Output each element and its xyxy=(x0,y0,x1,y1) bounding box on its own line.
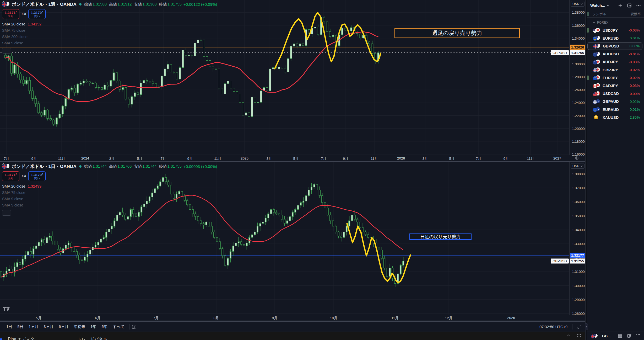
chart-pane-weekly[interactable]: ポンド／米ドル・1週・OANDA始値1.31588高値1.31912安値1.31… xyxy=(0,0,569,155)
indicator-row[interactable]: SMA 75 close xyxy=(2,189,217,196)
ohlc-label: 終値 xyxy=(159,164,167,168)
watchlist-row-audjpy[interactable]: AUDJPY-0.03% xyxy=(587,58,642,66)
legend-collapse-button[interactable] xyxy=(2,48,11,54)
chevron-down-icon xyxy=(581,3,583,5)
indicator-list: SMA 20 close1.34152SMA 75 closeSMA 200 c… xyxy=(2,21,217,46)
range-1年[interactable]: 1年 xyxy=(88,323,99,330)
watchlist-change: 0.00% xyxy=(630,92,640,96)
more-options-icon[interactable] xyxy=(636,334,640,338)
watchlist-change: 0.01% xyxy=(630,108,640,111)
ohlc-label: 始値 xyxy=(84,2,92,6)
watchlist-symbol: USDCAD xyxy=(603,92,619,96)
forex-section-header[interactable]: FOREX xyxy=(587,19,644,26)
indicator-label: SMA 75 close xyxy=(2,190,25,195)
indicator-row[interactable]: SMA 20 close1.34152 xyxy=(2,21,217,27)
grid-layout-icon[interactable] xyxy=(618,334,622,338)
time-tick: 6月 xyxy=(95,316,100,321)
gb-flag-icon xyxy=(593,100,597,104)
range-1日[interactable]: 1日 xyxy=(4,323,15,330)
fullscreen-expand-icon[interactable] xyxy=(577,325,582,329)
eurusd-flag-icon xyxy=(593,36,600,41)
watchlist-row-audusd[interactable]: AUDUSD-0.01% xyxy=(587,50,642,58)
range-年初来[interactable]: 年初来 xyxy=(71,323,88,330)
change-value: +0.00003 (+0.00%) xyxy=(183,164,217,169)
change-column-header[interactable]: 変動率 xyxy=(631,12,641,17)
chevron-up-icon[interactable] xyxy=(566,333,571,338)
chart-symbol-title[interactable]: ポンド／米ドル・1週・OANDA xyxy=(12,1,77,7)
ohlc-label: 高値 xyxy=(109,164,117,168)
watchlist-row-cadjpy[interactable]: CADJPY-0.03% xyxy=(587,82,642,89)
symbol-column-header[interactable]: シンボル xyxy=(592,12,606,17)
watchlist-row-gbpusd[interactable]: GBPUSD0.00% xyxy=(587,42,642,50)
time-tick: 11月 xyxy=(371,156,378,161)
ohlc-value: 1.31755 xyxy=(167,164,182,168)
price-tick: 1.34000 xyxy=(570,228,585,232)
indicator-row[interactable]: SMA 200 close xyxy=(2,34,217,40)
watchlist-menu-icon[interactable] xyxy=(636,3,641,8)
price-tick: 1.37000 xyxy=(570,186,585,190)
range-3ヶ月[interactable]: 3ヶ月 xyxy=(41,323,56,330)
current-price-tag: 1.31755 xyxy=(570,50,585,55)
time-tick: 2027 xyxy=(553,156,561,160)
annotation-box-weekly[interactable]: 週足の戻り売り勢力 xyxy=(394,28,520,38)
watchlist-row-eurjpy[interactable]: EURJPY-0.02% xyxy=(587,74,642,82)
usdjpy-flag-icon xyxy=(593,28,600,33)
watchlist-row-gbpaud[interactable]: GBPAUD0.02% xyxy=(587,98,642,105)
gbpusd-flag-icon xyxy=(2,2,10,7)
range-5年[interactable]: 5年 xyxy=(99,323,110,330)
indicator-row[interactable]: SMA 75 close xyxy=(2,27,217,34)
watchlist-row-gbpjpy[interactable]: GBPJPY-0.02% xyxy=(587,66,642,74)
range-1ヶ月[interactable]: 1ヶ月 xyxy=(26,323,41,330)
axis-settings-gear-icon[interactable] xyxy=(575,156,579,160)
currency-dropdown[interactable]: USD xyxy=(571,163,585,169)
watchlist-row-xauusd[interactable]: XAUUSD2.85% xyxy=(587,114,642,121)
price-tick: 1.28000 xyxy=(570,312,585,316)
clock[interactable]: 07:32:50 UTC+9 xyxy=(539,325,567,329)
buy-button[interactable]: 1.31798買い xyxy=(28,9,46,19)
ohlc-values: 始値1.31588高値1.31912安値1.31368終値1.31755 xyxy=(84,2,182,7)
indicator-row[interactable]: SMA 9 close xyxy=(2,40,217,46)
sell-button[interactable]: 1.31712売り xyxy=(2,171,19,181)
indicator-row[interactable]: SMA 9 close xyxy=(2,202,217,208)
trading-app: ポンド／米ドル・1週・OANDA始値1.31588高値1.31912安値1.31… xyxy=(0,0,644,340)
go-to-date-icon[interactable] xyxy=(132,324,137,329)
sidebar-bottom-symbol[interactable]: GB... xyxy=(602,334,611,338)
buy-button[interactable]: 1.31798買い xyxy=(28,171,46,181)
watchlist-row-euraud[interactable]: EURAUD0.01% xyxy=(587,106,642,113)
pine-editor-button[interactable]: Pine エディタ xyxy=(8,337,35,340)
time-tick: 3月 xyxy=(266,156,272,161)
maximize-panel-icon[interactable] xyxy=(577,333,581,338)
price-axis-daily[interactable]: USD1.380001.370001.360001.350001.340001.… xyxy=(569,162,585,315)
chart-symbol-title[interactable]: ポンド／米ドル・1日・OANDA xyxy=(12,163,77,169)
range-5日[interactable]: 5日 xyxy=(15,323,26,330)
time-tick: 9月 xyxy=(272,316,277,321)
annotation-box-daily[interactable]: 日足の戻り売り勢力 xyxy=(409,233,472,240)
indicator-row[interactable]: SMA 9 close xyxy=(2,196,217,202)
hand-drawn-highlight[interactable] xyxy=(275,13,381,69)
time-tick: 7月 xyxy=(476,156,481,161)
hand-drawn-highlight[interactable] xyxy=(347,224,410,283)
chevron-down-icon xyxy=(593,22,595,23)
watchlist-title: Watch... xyxy=(590,3,605,8)
price-axis-weekly[interactable]: USD1.380001.360001.340001.320001.300001.… xyxy=(569,0,585,155)
watchlist-title-button[interactable]: Watch... xyxy=(590,3,609,8)
watchlist-row-usdjpy[interactable]: USDJPY-0.03% xyxy=(587,26,642,34)
watchlist-layout-icon[interactable] xyxy=(627,3,632,8)
chart-legend: ポンド／米ドル・1日・OANDA始値1.31744高値1.31766安値1.31… xyxy=(2,163,217,216)
chart-pane-daily[interactable]: ポンド／米ドル・1日・OANDA始値1.31744高値1.31766安値1.31… xyxy=(0,162,569,315)
market-open-icon xyxy=(79,165,82,168)
pane-splitter[interactable] xyxy=(0,161,585,162)
trade-panel-button[interactable]: トレードパネル xyxy=(77,337,107,340)
sell-button[interactable]: 1.31712売り xyxy=(2,9,19,19)
indicator-row[interactable]: SMA 20 close1.32499 xyxy=(2,183,217,189)
add-symbol-icon[interactable] xyxy=(618,3,623,8)
currency-dropdown[interactable]: USD xyxy=(571,1,585,7)
range-6ヶ月[interactable]: 6ヶ月 xyxy=(56,323,71,330)
euraud-flag-icon xyxy=(593,107,600,112)
watchlist-row-eurusd[interactable]: EURUSD0.01% xyxy=(587,34,642,42)
legend-collapse-button[interactable] xyxy=(2,210,11,216)
watchlist-row-usdcad[interactable]: USDCAD0.00% xyxy=(587,90,642,98)
edit-note-icon[interactable] xyxy=(627,334,631,338)
sidebar-collapse-handle[interactable] xyxy=(585,323,588,330)
range-すべて[interactable]: すべて xyxy=(110,323,127,330)
